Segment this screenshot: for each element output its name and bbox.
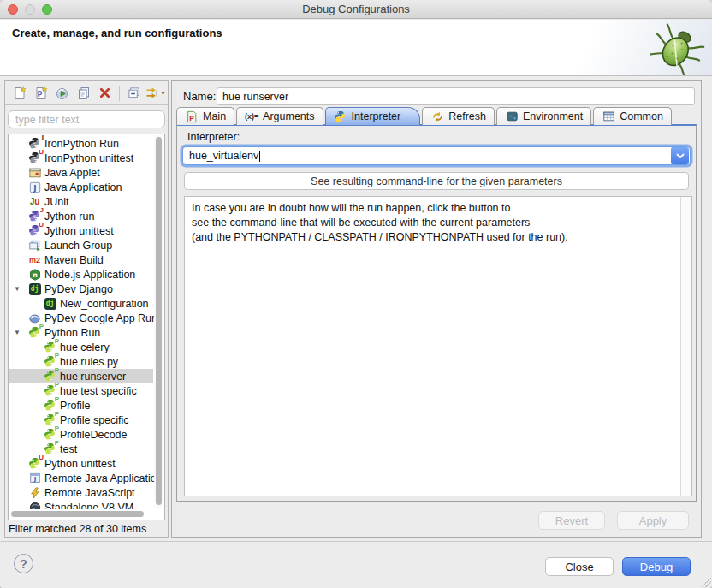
tree-item-label: PyDev Django (44, 283, 113, 295)
tree-item-jython-run[interactable]: JJython run (9, 209, 153, 223)
configurations-tree: IIronPython RunUIronPython unittestJava … (8, 134, 165, 520)
tree-item-python-unittest[interactable]: UPython unittest (9, 456, 153, 471)
bug-icon (650, 21, 705, 79)
ironpython-unittest-icon: U (27, 151, 42, 165)
tree-item-label: Java Applet (44, 167, 100, 179)
tree-item-python-run[interactable]: ▼PPython Run (9, 325, 153, 340)
tree-item-java-application[interactable]: JJava Application (9, 180, 153, 194)
tab-interpreter[interactable]: Interpreter (325, 107, 421, 125)
tree-item-new-configuration[interactable]: djNew_configuration (9, 296, 153, 311)
text-cursor (259, 151, 260, 162)
chevron-down-icon (676, 153, 685, 159)
tree-item-java-applet[interactable]: Java Applet (9, 165, 153, 180)
tree-item-jython-unittest[interactable]: UJython unittest (9, 223, 153, 238)
tree-item-remote-java-application[interactable]: JRemote Java Application (9, 471, 153, 485)
svg-text:n: n (33, 271, 38, 279)
export-launch-configurations-button[interactable] (51, 84, 73, 103)
tab-common[interactable]: Common (593, 107, 672, 125)
tree-item-node-js-application[interactable]: nNode.js Application (9, 267, 153, 282)
tree-item-label: JUnit (44, 196, 68, 208)
tree-item-label: hue rules.py (60, 356, 118, 368)
tree-item-label: Remote Java Application (44, 472, 163, 484)
revert-button[interactable]: Revert (538, 511, 605, 530)
expand-arrow-icon[interactable]: ▼ (14, 285, 21, 293)
collapse-all-button[interactable] (123, 84, 145, 103)
new-prototype-button[interactable]: P (30, 84, 51, 103)
filter-input[interactable] (8, 110, 165, 128)
close-button[interactable]: Close (545, 557, 614, 576)
tab-arguments[interactable]: (x)=Arguments (236, 107, 323, 125)
tree-item-label: test (60, 443, 77, 455)
dialog-header: Create, manage, and run configurations (0, 20, 712, 76)
debug-button[interactable]: Debug (622, 557, 691, 576)
python-run-icon: P (27, 326, 42, 340)
tree-item-launch-group[interactable]: Launch Group (9, 238, 153, 252)
tree-item-profile[interactable]: PProfile (9, 398, 153, 413)
interpreter-combo[interactable]: hue_virtualenv (182, 146, 691, 165)
tab-label: Interpreter (352, 110, 401, 122)
tab-refresh[interactable]: Refresh (422, 107, 495, 125)
resize-grip[interactable] (701, 577, 711, 587)
python-unittest-icon: U (27, 457, 42, 471)
tree-item-hue-rules-py[interactable]: Phue rules.py (9, 354, 153, 369)
tree-item-label: Jython run (44, 211, 94, 223)
launch-group-icon (27, 239, 42, 252)
tab-label: Arguments (263, 110, 314, 122)
name-input[interactable] (217, 87, 695, 105)
dialog-body: P▾ IIronPython RunUIronPython unittestJa… (0, 76, 712, 541)
command-line-info-text: In case you are in doubt how will the ru… (192, 201, 674, 245)
tree-horizontal-scrollbar[interactable] (9, 509, 152, 519)
tree-item-profiledecode[interactable]: PProfileDecode (9, 427, 153, 442)
help-button[interactable]: ? (14, 554, 33, 573)
expand-arrow-icon[interactable]: ▼ (14, 329, 21, 336)
duplicate-launch-configuration-button[interactable] (73, 84, 94, 103)
tree-item-label: Launch Group (44, 240, 112, 252)
django-icon: dj (27, 282, 42, 296)
tree-item-hue-test-specific[interactable]: Phue test specific (9, 383, 153, 398)
tree-item-remote-javascript[interactable]: Remote JavaScript (9, 485, 153, 500)
java-application-icon: J (27, 181, 42, 194)
tree-item-label: hue test specific (60, 385, 137, 397)
filter-box (8, 110, 165, 128)
new-launch-configuration-button[interactable] (9, 84, 30, 103)
info-vertical-scrollbar[interactable] (680, 197, 691, 496)
tree-item-label: Python unittest (44, 458, 116, 470)
command-line-info-box: In case you are in doubt how will the ru… (184, 196, 692, 496)
tree-item-ironpython-run[interactable]: IIronPython Run (9, 136, 153, 151)
tab-bar: PMain(x)=ArgumentsInterpreterRefreshEnvi… (176, 107, 697, 125)
name-row: Name: (172, 87, 701, 105)
duplicate-icon (77, 86, 91, 100)
tree-item-hue-celery[interactable]: Phue celery (9, 340, 153, 354)
tree-item-label: New_configuration (60, 298, 149, 310)
tree-item-ironpython-unittest[interactable]: UIronPython unittest (9, 151, 153, 165)
filter-icon (145, 86, 160, 99)
tree-item-junit[interactable]: JuJUnit (9, 194, 153, 209)
interpreter-combo-value: hue_virtualenv (183, 150, 671, 162)
tree-item-pydev-django[interactable]: ▼djPyDev Django (9, 282, 153, 296)
delete-launch-configuration-button[interactable] (94, 84, 116, 103)
combo-dropdown-button[interactable] (671, 147, 689, 164)
filter-launch-configurations-button[interactable]: ▾ (145, 84, 166, 103)
svg-text:J: J (33, 183, 36, 192)
tree-item-profile-specific[interactable]: PProfile specific (9, 413, 153, 427)
tree-item-hue-runserver[interactable]: Phue runserver (9, 369, 153, 383)
common-icon (602, 110, 615, 123)
remote-js-icon (27, 486, 42, 500)
tree-item-pydev-google-app-run[interactable]: PyDev Google App Run (9, 311, 153, 325)
tree-item-label: PyDev Google App Run (44, 312, 157, 324)
see-command-line-button[interactable]: See resulting command-line for the given… (184, 172, 689, 190)
svg-text:P: P (189, 114, 194, 122)
tab-environment[interactable]: Environment (496, 107, 591, 125)
tree-vertical-scrollbar[interactable] (154, 135, 163, 508)
info-line: see the command-line that will be execut… (192, 216, 674, 230)
new-config-icon (13, 86, 27, 100)
tree-item-label: hue runserver (60, 371, 126, 383)
tree-item-maven-build[interactable]: m2Maven Build (9, 252, 153, 267)
tree-item-label: IronPython Run (44, 138, 119, 150)
configuration-detail-panel: Name: PMain(x)=ArgumentsInterpreterRefre… (171, 80, 702, 538)
configurations-panel: P▾ IIronPython RunUIronPython unittestJa… (4, 80, 169, 538)
tab-main[interactable]: PMain (176, 107, 234, 125)
tree-item-test[interactable]: Ptest (9, 442, 153, 456)
window-title: Debug Configurations (0, 0, 712, 19)
apply-button[interactable]: Apply (617, 511, 689, 530)
